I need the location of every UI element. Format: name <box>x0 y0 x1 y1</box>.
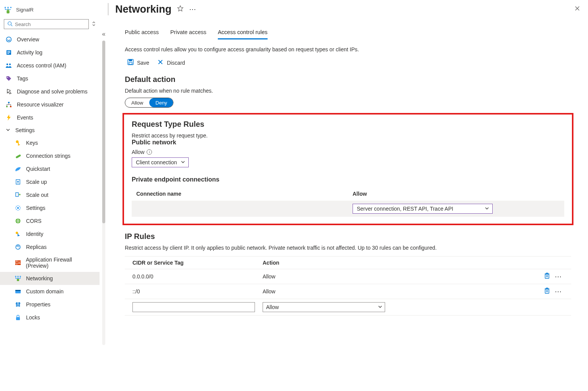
delete-icon[interactable] <box>544 272 550 281</box>
sidebar-item-scale-up[interactable]: Scale up <box>0 175 100 188</box>
sidebar-search-input[interactable] <box>15 21 85 27</box>
favorite-icon[interactable] <box>177 5 184 13</box>
sidebar-item-iam[interactable]: Access control (IAM) <box>0 59 100 72</box>
tab-public-access[interactable]: Public access <box>125 29 159 39</box>
private-endpoint-row: Server connection, REST API, Trace API <box>132 201 564 217</box>
svg-rect-27 <box>18 234 18 236</box>
svg-point-5 <box>8 21 11 25</box>
svg-rect-43 <box>16 317 20 320</box>
resource-type-label: SignalR <box>16 7 34 13</box>
sidebar-item-app-firewall[interactable]: Application Firewall (Preview) <box>0 254 100 272</box>
sidebar-search[interactable] <box>4 19 89 29</box>
toggle-deny[interactable]: Deny <box>149 98 173 107</box>
ip-rules-heading: IP Rules <box>125 232 571 241</box>
sidebar-item-custom-domain[interactable]: Custom domain <box>0 285 100 298</box>
svg-rect-17 <box>10 106 11 107</box>
tags-icon <box>5 75 12 82</box>
sidebar-item-networking[interactable]: Networking <box>0 272 100 285</box>
toggle-allow[interactable]: Allow <box>125 98 149 107</box>
locks-icon <box>15 314 21 321</box>
svg-rect-37 <box>16 302 17 307</box>
overview-icon <box>5 36 12 43</box>
more-icon[interactable]: ⋯ <box>189 5 196 13</box>
sidebar-item-locks[interactable]: Locks <box>0 311 100 324</box>
col-cidr: CIDR or Service Tag <box>132 260 263 266</box>
svg-rect-45 <box>129 59 132 61</box>
default-action-section: Default action Default action when no ru… <box>108 70 588 108</box>
sidebar-item-connection-strings[interactable]: Connection strings <box>0 149 100 162</box>
default-action-toggle[interactable]: Allow Deny <box>125 98 173 108</box>
row-more-icon[interactable]: ⋯ <box>555 272 562 281</box>
save-button[interactable]: Save <box>127 59 149 67</box>
svg-rect-47 <box>545 274 549 278</box>
private-endpoint-allow-dropdown[interactable]: Server connection, REST API, Trace API <box>353 204 493 214</box>
ip-rules-desc: Restrict access by client IP. It only ap… <box>125 245 571 251</box>
save-icon <box>127 59 134 67</box>
sidebar-item-properties[interactable]: Properties <box>0 298 100 311</box>
page-title: Networking <box>115 3 172 15</box>
sidebar-item-replicas[interactable]: Replicas <box>0 240 100 254</box>
svg-point-32 <box>17 276 19 277</box>
discard-button[interactable]: Discard <box>157 59 185 67</box>
visualizer-icon <box>5 101 12 108</box>
row-more-icon[interactable]: ⋯ <box>555 287 562 296</box>
sidebar-item-quickstart[interactable]: Quickstart <box>0 162 100 175</box>
tab-description: Access control rules allow you to config… <box>108 39 588 52</box>
default-action-desc: Default action when no rule matches. <box>125 88 571 94</box>
sidebar-item-overview[interactable]: Overview <box>0 33 100 46</box>
close-icon[interactable] <box>574 5 580 13</box>
svg-point-1 <box>7 7 9 8</box>
sidebar-scrollbar[interactable] <box>102 41 105 345</box>
new-cidr-input[interactable] <box>132 302 255 312</box>
new-action-dropdown[interactable]: Allow <box>263 302 385 312</box>
svg-rect-39 <box>19 302 20 307</box>
quickstart-icon <box>15 165 21 172</box>
search-icon <box>7 21 13 28</box>
svg-rect-42 <box>19 303 20 304</box>
chevron-down-icon <box>181 160 185 165</box>
collapse-sidebar-button[interactable]: « <box>102 31 106 38</box>
sidebar-gutter: « <box>100 0 108 391</box>
sidebar-item-scale-out[interactable]: Scale out <box>0 188 100 201</box>
tab-access-control-rules[interactable]: Access control rules <box>218 29 268 39</box>
sidebar-item-activity-log[interactable]: Activity log <box>0 46 100 59</box>
sidebar-item-diagnose[interactable]: Diagnose and solve problems <box>0 85 100 98</box>
svg-rect-10 <box>7 52 10 53</box>
ip-rule-cidr: ::/0 <box>132 288 263 294</box>
identity-icon <box>15 231 21 237</box>
allow-label: Allow <box>132 149 144 155</box>
expand-icon[interactable] <box>92 21 96 28</box>
sidebar-item-tags[interactable]: Tags <box>0 72 100 85</box>
private-endpoint-table: Connection name Allow Server connection,… <box>132 187 564 217</box>
sidebar-item-keys[interactable]: Keys <box>0 136 100 149</box>
svg-rect-11 <box>7 53 9 54</box>
sidebar-group-settings[interactable]: Settings <box>0 124 100 136</box>
svg-point-24 <box>17 207 19 209</box>
sidebar-item-visualizer[interactable]: Resource visualizer <box>0 98 100 111</box>
chevron-down-icon <box>485 206 489 212</box>
public-network-allow-dropdown[interactable]: Client connection <box>132 157 189 167</box>
delete-icon[interactable] <box>544 287 550 296</box>
svg-rect-9 <box>7 51 10 52</box>
sidebar-item-identity[interactable]: Identity <box>0 227 100 240</box>
sidebar-item-cors[interactable]: CORS <box>0 214 100 227</box>
main-pane: Networking ⋯ Public access Private acces… <box>108 0 588 391</box>
col-allow: Allow <box>348 187 564 201</box>
svg-line-6 <box>11 25 13 26</box>
ip-rules-table: CIDR or Service Tag Action 0.0.0.0/0 All… <box>125 256 571 316</box>
scale-up-icon <box>15 178 21 185</box>
chevron-down-icon <box>5 128 11 133</box>
svg-point-2 <box>10 7 12 8</box>
svg-point-29 <box>16 245 20 249</box>
chevron-down-icon <box>378 304 382 310</box>
info-icon[interactable]: i <box>147 149 152 155</box>
tab-private-access[interactable]: Private access <box>170 29 206 39</box>
svg-rect-36 <box>15 290 21 291</box>
ip-rules-section: IP Rules Restrict access by client IP. I… <box>108 225 588 316</box>
ip-rule-action: Allow <box>263 273 393 280</box>
sidebar-item-settings[interactable]: Settings <box>0 201 100 214</box>
svg-rect-19 <box>18 142 19 146</box>
sidebar-nav: Overview Activity log Access control (IA… <box>0 33 100 391</box>
sidebar-item-events[interactable]: Events <box>0 111 100 124</box>
svg-rect-41 <box>17 305 19 306</box>
